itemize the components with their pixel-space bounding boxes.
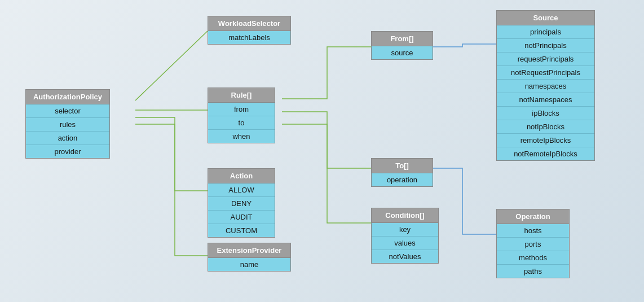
action-field-audit: AUDIT <box>208 211 275 224</box>
source-field-ipblocks: ipBlocks <box>497 107 594 120</box>
ap-field-action: action <box>26 132 109 145</box>
extension-provider-header: ExtensionProvider <box>208 243 290 258</box>
to-field-operation: operation <box>372 173 433 186</box>
workload-selector-header: WorkloadSelector <box>208 16 290 31</box>
source-field-requestprincipals: requestPrincipals <box>497 52 594 66</box>
source-field-notipblocks: notIpBlocks <box>497 120 594 134</box>
op-field-hosts: hosts <box>497 224 569 238</box>
from-array-header: From[] <box>372 32 433 46</box>
extension-provider-box: ExtensionProvider name <box>208 243 291 272</box>
ap-field-rules: rules <box>26 118 109 132</box>
rule-field-from: from <box>208 103 275 116</box>
rule-field-to: to <box>208 116 275 130</box>
source-field-notremoteipblocks: notRemoteIpBlocks <box>497 147 594 160</box>
action-header: Action <box>208 169 275 183</box>
ap-field-selector: selector <box>26 104 109 118</box>
to-array-header: To[] <box>372 159 433 173</box>
operation-header: Operation <box>497 209 569 224</box>
workload-selector-box: WorkloadSelector matchLabels <box>208 16 291 45</box>
action-field-allow: ALLOW <box>208 183 275 197</box>
source-field-remoteipblocks: remoteIpBlocks <box>497 134 594 147</box>
condition-array-box: Condition[] key values notValues <box>371 208 439 264</box>
condition-array-header: Condition[] <box>372 208 438 223</box>
source-field-notnamespaces: notNamespaces <box>497 93 594 107</box>
source-field-namespaces: namespaces <box>497 80 594 93</box>
op-field-methods: methods <box>497 251 569 265</box>
rule-array-header: Rule[] <box>208 88 275 103</box>
action-field-custom: CUSTOM <box>208 224 275 237</box>
cond-field-values: values <box>372 237 438 250</box>
from-array-box: From[] source <box>371 31 433 60</box>
authorization-policy-box: AuthorizationPolicy selector rules actio… <box>25 89 110 159</box>
from-field-source: source <box>372 46 433 59</box>
action-box: Action ALLOW DENY AUDIT CUSTOM <box>208 168 275 238</box>
cond-field-key: key <box>372 223 438 237</box>
op-field-ports: ports <box>497 238 569 251</box>
authorization-policy-header: AuthorizationPolicy <box>26 90 109 104</box>
svg-line-0 <box>135 31 208 100</box>
diagram-container: AuthorizationPolicy selector rules actio… <box>0 0 644 302</box>
source-box: Source principals notPrincipals requestP… <box>496 10 595 161</box>
rule-array-box: Rule[] from to when <box>208 87 275 143</box>
operation-box: Operation hosts ports methods paths <box>496 209 570 278</box>
cond-field-notvalues: notValues <box>372 250 438 263</box>
action-field-deny: DENY <box>208 197 275 211</box>
op-field-paths: paths <box>497 265 569 278</box>
ws-field-matchlabels: matchLabels <box>208 31 290 44</box>
ap-field-provider: provider <box>26 145 109 158</box>
source-field-principals: principals <box>497 25 594 39</box>
rule-field-when: when <box>208 130 275 143</box>
source-field-notrequestprincipals: notRequestPrincipals <box>497 66 594 80</box>
ep-field-name: name <box>208 258 290 271</box>
source-field-notprincipals: notPrincipals <box>497 39 594 52</box>
to-array-box: To[] operation <box>371 158 433 187</box>
source-header: Source <box>497 11 594 25</box>
